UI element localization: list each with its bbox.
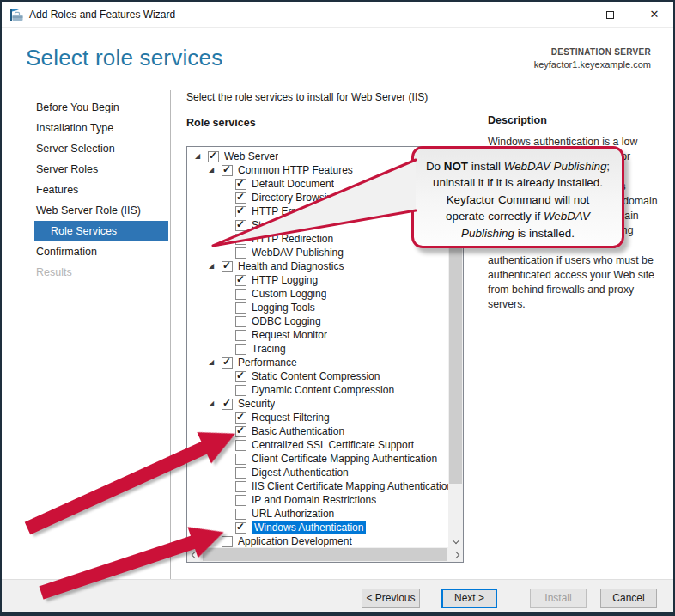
sidebar-item-server-roles[interactable]: Server Roles: [34, 159, 168, 180]
tree-item-label[interactable]: HTTP Logging: [252, 274, 318, 286]
tree-row-ip-and-domain-restrictions[interactable]: IP and Domain Restrictions: [187, 493, 448, 507]
destination-server-label: DESTINATION SERVER: [534, 47, 651, 57]
tree-item-label[interactable]: IP and Domain Restrictions: [252, 494, 376, 506]
tree-item-label[interactable]: Security: [238, 398, 275, 410]
previous-button[interactable]: < Previous: [362, 589, 420, 608]
install-button: Install: [530, 589, 587, 608]
tree-item-label[interactable]: Digest Authentication: [252, 467, 349, 479]
callout-line: uninstall it if it is already installed.: [414, 174, 622, 191]
tree-item-label[interactable]: Basic Authentication: [252, 425, 344, 437]
collapse-icon[interactable]: ◢: [207, 259, 222, 273]
tree-item-label[interactable]: Logging Tools: [252, 302, 315, 314]
tree-item-label[interactable]: Application Development: [238, 535, 352, 547]
tree-item-label[interactable]: Dynamic Content Compression: [252, 384, 394, 396]
tree-item-label[interactable]: Centralized SSL Certificate Support: [252, 439, 414, 451]
checkbox-request-filtering[interactable]: ✓: [235, 412, 246, 424]
tree-item-label[interactable]: Client Certificate Mapping Authenticatio…: [252, 453, 437, 465]
wizard-window: Add Roles and Features Wizard ✕ Select r…: [0, 0, 675, 616]
sidebar-item-server-selection[interactable]: Server Selection: [34, 138, 168, 159]
tree-row-http-logging[interactable]: ✓HTTP Logging: [187, 273, 448, 287]
checkbox-custom-logging[interactable]: [235, 289, 246, 300]
sidebar-item-confirmation[interactable]: Confirmation: [34, 241, 168, 262]
callout-line: Publishing is installed.: [414, 225, 622, 241]
checkbox-health-and-diagnostics[interactable]: ✓: [222, 261, 233, 272]
tree-item-label[interactable]: URL Authorization: [252, 508, 334, 520]
maximize-icon[interactable]: [596, 2, 623, 27]
tree-row-security[interactable]: ◢✓Security: [187, 397, 448, 411]
tree-item-label[interactable]: Health and Diagnostics: [238, 260, 344, 272]
tree-row-performance[interactable]: ◢✓Performance: [187, 356, 448, 369]
checkbox-windows-authentication[interactable]: ✓: [235, 522, 246, 534]
checkmark-icon: ✓: [222, 397, 231, 409]
page-title: Select role services: [26, 45, 222, 71]
tree-row-health-and-diagnostics[interactable]: ◢✓Health and Diagnostics: [187, 259, 448, 273]
tree-item-label[interactable]: IIS Client Certificate Mapping Authentic…: [252, 480, 448, 492]
checkbox-request-monitor[interactable]: [235, 330, 246, 341]
cancel-button[interactable]: Cancel: [600, 589, 657, 608]
checkbox-ip-and-domain-restrictions[interactable]: [235, 495, 246, 506]
vertical-scroll-thumb[interactable]: [449, 230, 462, 484]
tree-row-tracing[interactable]: Tracing: [187, 342, 448, 356]
callout-text: Do NOT install WebDAV Publishing;uninsta…: [414, 149, 622, 241]
tree-item-label[interactable]: Tracing: [252, 343, 286, 355]
tree-row-request-monitor[interactable]: Request Monitor: [187, 328, 448, 342]
checkbox-odbc-logging[interactable]: [235, 316, 246, 327]
collapse-icon[interactable]: ◢: [207, 356, 222, 369]
window-title: Add Roles and Features Wizard: [29, 2, 175, 27]
scroll-down-icon[interactable]: [448, 533, 463, 547]
sidebar-item-role-services[interactable]: Role Services: [34, 221, 168, 241]
sidebar-item-web-server-role-iis[interactable]: Web Server Role (IIS): [34, 200, 168, 221]
next-button[interactable]: Next >: [441, 589, 497, 608]
footer-bar: < Previous Next > Install Cancel: [2, 580, 673, 612]
checkmark-icon: ✓: [236, 369, 245, 381]
checkbox-performance[interactable]: ✓: [222, 357, 233, 369]
wizard-icon: [9, 8, 23, 21]
tree-item-label[interactable]: Static Content Compression: [252, 370, 380, 382]
role-services-label: Role services: [186, 117, 256, 129]
checkbox-http-logging[interactable]: ✓: [235, 275, 246, 286]
checkbox-iis-client-certificate-mapping-authentication[interactable]: [235, 481, 246, 492]
tree-row-static-content-compression[interactable]: ✓Static Content Compression: [187, 369, 448, 383]
checkbox-url-authorization[interactable]: [235, 509, 246, 520]
sidebar-item-installation-type[interactable]: Installation Type: [34, 118, 168, 138]
tree-item-label[interactable]: Request Monitor: [252, 329, 327, 341]
tree-item-label[interactable]: ODBC Logging: [252, 315, 321, 327]
sidebar-item-before-you-begin[interactable]: Before You Begin: [34, 97, 168, 118]
tree-row-digest-authentication[interactable]: Digest Authentication: [187, 466, 448, 479]
checkmark-icon: ✓: [222, 356, 231, 368]
horizontal-scrollbar[interactable]: [187, 547, 463, 562]
close-icon[interactable]: ✕: [641, 2, 668, 27]
tree-row-custom-logging[interactable]: Custom Logging: [187, 287, 448, 301]
sidebar-divider: [170, 90, 171, 579]
collapse-icon[interactable]: ◢: [207, 397, 222, 411]
checkbox-client-certificate-mapping-authentication[interactable]: [235, 454, 246, 465]
tree-row-windows-authentication[interactable]: ✓Windows Authentication: [187, 521, 448, 534]
tree-row-logging-tools[interactable]: Logging Tools: [187, 301, 448, 314]
callout-line: operate correctly if WebDAV: [414, 208, 622, 224]
callout-pointer: [208, 153, 417, 251]
checkbox-digest-authentication[interactable]: [235, 467, 246, 479]
tree-row-iis-client-certificate-mapping-authentication[interactable]: IIS Client Certificate Mapping Authentic…: [187, 479, 448, 493]
horizontal-scroll-thumb[interactable]: [203, 548, 447, 561]
checkbox-static-content-compression[interactable]: ✓: [235, 371, 246, 382]
tree-row-dynamic-content-compression[interactable]: Dynamic Content Compression: [187, 383, 448, 397]
checkbox-dynamic-content-compression[interactable]: [235, 385, 246, 396]
scroll-right-icon[interactable]: [448, 547, 463, 562]
checkbox-tracing[interactable]: [235, 344, 246, 355]
callout-line: Keyfactor Command will not: [414, 192, 622, 208]
tree-item-label[interactable]: Windows Authentication: [252, 521, 366, 534]
checkbox-basic-authentication[interactable]: ✓: [235, 426, 246, 437]
tree-item-label[interactable]: Custom Logging: [252, 288, 326, 300]
checkbox-logging-tools[interactable]: [235, 302, 246, 314]
checkmark-icon: ✓: [222, 259, 231, 271]
checkbox-security[interactable]: ✓: [222, 399, 233, 410]
tree-item-label[interactable]: Performance: [238, 357, 297, 369]
tree-row-url-authorization[interactable]: URL Authorization: [187, 507, 448, 521]
minimize-icon[interactable]: [548, 2, 575, 27]
tree-item-label[interactable]: Request Filtering: [252, 412, 330, 424]
sidebar-item-features[interactable]: Features: [34, 180, 168, 200]
collapse-icon[interactable]: ◢: [193, 149, 208, 163]
sidebar-nav: Before You BeginInstallation TypeServer …: [34, 97, 168, 283]
webdav-warning-callout: Do NOT install WebDAV Publishing;uninsta…: [411, 146, 624, 248]
tree-row-odbc-logging[interactable]: ODBC Logging: [187, 314, 448, 328]
